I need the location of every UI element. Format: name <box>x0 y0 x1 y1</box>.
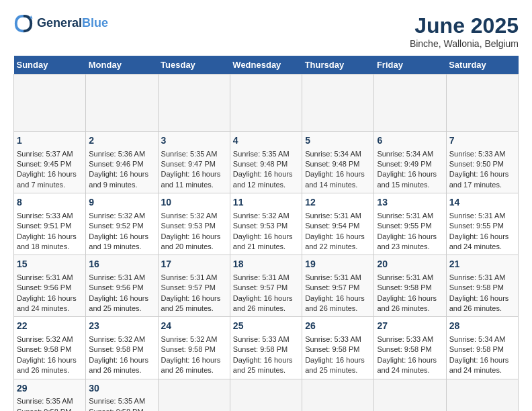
sunrise-text: Sunrise: 5:35 AM <box>89 397 145 405</box>
sunrise-text: Sunrise: 5:37 AM <box>17 150 73 158</box>
week-row-2: 8Sunrise: 5:33 AMSunset: 9:51 PMDaylight… <box>14 193 519 255</box>
calendar-cell <box>158 379 230 411</box>
day-number: 8 <box>17 196 83 210</box>
daylight-text: Daylight: 16 hours and 26 minutes. <box>449 294 509 312</box>
calendar-cell: 19Sunrise: 5:31 AMSunset: 9:57 PMDayligh… <box>302 255 374 317</box>
page-header: GeneralBlue June 2025 Binche, Wallonia, … <box>13 13 519 49</box>
day-number: 4 <box>233 134 299 148</box>
calendar-cell <box>446 379 518 411</box>
sunrise-text: Sunrise: 5:34 AM <box>377 150 433 158</box>
calendar-cell: 11Sunrise: 5:32 AMSunset: 9:53 PMDayligh… <box>230 193 302 255</box>
daylight-text: Daylight: 16 hours and 26 minutes. <box>89 356 148 374</box>
calendar-cell: 3Sunrise: 5:35 AMSunset: 9:47 PMDaylight… <box>158 132 230 193</box>
sunrise-text: Sunrise: 5:32 AM <box>89 212 145 220</box>
day-number: 25 <box>233 320 299 333</box>
sunrise-text: Sunrise: 5:31 AM <box>449 273 506 281</box>
calendar-cell <box>446 75 518 132</box>
sunrise-text: Sunrise: 5:34 AM <box>305 150 361 158</box>
calendar-cell: 2Sunrise: 5:36 AMSunset: 9:46 PMDaylight… <box>86 132 158 193</box>
calendar-cell: 13Sunrise: 5:31 AMSunset: 9:55 PMDayligh… <box>374 193 446 255</box>
day-number: 14 <box>449 196 515 210</box>
calendar-cell: 1Sunrise: 5:37 AMSunset: 9:45 PMDaylight… <box>14 132 86 193</box>
sunrise-text: Sunrise: 5:31 AM <box>305 273 361 281</box>
sunset-text: Sunset: 9:58 PM <box>89 345 143 353</box>
day-number: 10 <box>161 196 227 210</box>
day-number: 3 <box>161 134 227 148</box>
day-number: 17 <box>161 258 227 271</box>
daylight-text: Daylight: 16 hours and 25 minutes. <box>89 294 148 312</box>
day-header-wednesday: Wednesday <box>230 56 302 75</box>
calendar-cell: 6Sunrise: 5:34 AMSunset: 9:49 PMDaylight… <box>374 132 446 193</box>
sunset-text: Sunset: 9:58 PM <box>377 345 431 353</box>
sunset-text: Sunset: 9:57 PM <box>305 283 359 291</box>
daylight-text: Daylight: 16 hours and 26 minutes. <box>17 356 77 374</box>
day-header-saturday: Saturday <box>446 56 518 75</box>
sunrise-text: Sunrise: 5:33 AM <box>233 335 290 343</box>
day-number: 16 <box>89 258 154 271</box>
calendar-cell <box>14 75 86 132</box>
sunrise-text: Sunrise: 5:32 AM <box>17 335 73 343</box>
calendar-cell <box>302 379 374 411</box>
day-number: 15 <box>17 258 83 271</box>
sunset-text: Sunset: 9:51 PM <box>17 222 71 230</box>
daylight-text: Daylight: 16 hours and 26 minutes. <box>161 356 221 374</box>
sunset-text: Sunset: 9:58 PM <box>233 345 287 353</box>
week-row-1: 1Sunrise: 5:37 AMSunset: 9:45 PMDaylight… <box>14 132 519 193</box>
sunset-text: Sunset: 9:58 PM <box>449 345 504 353</box>
sunset-text: Sunset: 9:48 PM <box>305 160 359 168</box>
calendar-cell: 17Sunrise: 5:31 AMSunset: 9:57 PMDayligh… <box>158 255 230 317</box>
calendar-cell: 30Sunrise: 5:35 AMSunset: 9:58 PMDayligh… <box>86 379 158 411</box>
calendar-cell: 7Sunrise: 5:33 AMSunset: 9:50 PMDaylight… <box>446 132 518 193</box>
sunset-text: Sunset: 9:58 PM <box>449 283 504 291</box>
sunset-text: Sunset: 9:53 PM <box>233 222 287 230</box>
calendar-cell <box>230 75 302 132</box>
calendar-cell: 5Sunrise: 5:34 AMSunset: 9:48 PMDaylight… <box>302 132 374 193</box>
day-number: 22 <box>17 320 83 333</box>
sunset-text: Sunset: 9:58 PM <box>17 345 71 353</box>
daylight-text: Daylight: 16 hours and 22 minutes. <box>305 232 365 250</box>
calendar-cell: 29Sunrise: 5:35 AMSunset: 9:58 PMDayligh… <box>14 379 86 411</box>
daylight-text: Daylight: 16 hours and 20 minutes. <box>161 232 221 250</box>
day-number: 28 <box>449 320 515 333</box>
sunrise-text: Sunrise: 5:33 AM <box>305 335 361 343</box>
daylight-text: Daylight: 16 hours and 11 minutes. <box>161 170 221 188</box>
sunset-text: Sunset: 9:56 PM <box>17 283 71 291</box>
sunrise-text: Sunrise: 5:31 AM <box>377 212 433 220</box>
day-header-tuesday: Tuesday <box>158 56 230 75</box>
calendar-cell: 14Sunrise: 5:31 AMSunset: 9:55 PMDayligh… <box>446 193 518 255</box>
sunset-text: Sunset: 9:58 PM <box>305 345 359 353</box>
sunrise-text: Sunrise: 5:35 AM <box>161 150 218 158</box>
sunset-text: Sunset: 9:53 PM <box>161 222 216 230</box>
day-number: 24 <box>161 320 227 333</box>
day-number: 2 <box>89 134 154 148</box>
sunset-text: Sunset: 9:47 PM <box>161 160 216 168</box>
sunset-text: Sunset: 9:55 PM <box>377 222 431 230</box>
calendar-table: SundayMondayTuesdayWednesdayThursdayFrid… <box>13 56 519 411</box>
sunset-text: Sunset: 9:49 PM <box>377 160 431 168</box>
calendar-cell: 4Sunrise: 5:35 AMSunset: 9:48 PMDaylight… <box>230 132 302 193</box>
day-number: 21 <box>449 258 515 271</box>
calendar-cell: 22Sunrise: 5:32 AMSunset: 9:58 PMDayligh… <box>14 317 86 379</box>
calendar-cell: 9Sunrise: 5:32 AMSunset: 9:52 PMDaylight… <box>86 193 158 255</box>
sunrise-text: Sunrise: 5:31 AM <box>161 273 218 281</box>
sunset-text: Sunset: 9:57 PM <box>233 283 287 291</box>
sunrise-text: Sunrise: 5:32 AM <box>233 212 290 220</box>
daylight-text: Daylight: 16 hours and 25 minutes. <box>305 356 365 374</box>
sunrise-text: Sunrise: 5:31 AM <box>449 212 506 220</box>
daylight-text: Daylight: 16 hours and 17 minutes. <box>449 170 509 188</box>
calendar-cell: 10Sunrise: 5:32 AMSunset: 9:53 PMDayligh… <box>158 193 230 255</box>
daylight-text: Daylight: 16 hours and 24 minutes. <box>449 356 509 374</box>
sunset-text: Sunset: 9:57 PM <box>161 283 216 291</box>
calendar-cell <box>158 75 230 132</box>
sunrise-text: Sunrise: 5:33 AM <box>377 335 433 343</box>
calendar-cell <box>302 75 374 132</box>
sunrise-text: Sunrise: 5:35 AM <box>17 397 73 405</box>
sunset-text: Sunset: 9:58 PM <box>17 408 71 411</box>
day-number: 18 <box>233 258 299 271</box>
calendar-cell: 24Sunrise: 5:32 AMSunset: 9:58 PMDayligh… <box>158 317 230 379</box>
daylight-text: Daylight: 16 hours and 18 minutes. <box>17 232 77 250</box>
day-number: 5 <box>305 134 371 148</box>
sunrise-text: Sunrise: 5:31 AM <box>233 273 290 281</box>
daylight-text: Daylight: 16 hours and 25 minutes. <box>161 294 221 312</box>
sunrise-text: Sunrise: 5:31 AM <box>89 273 145 281</box>
